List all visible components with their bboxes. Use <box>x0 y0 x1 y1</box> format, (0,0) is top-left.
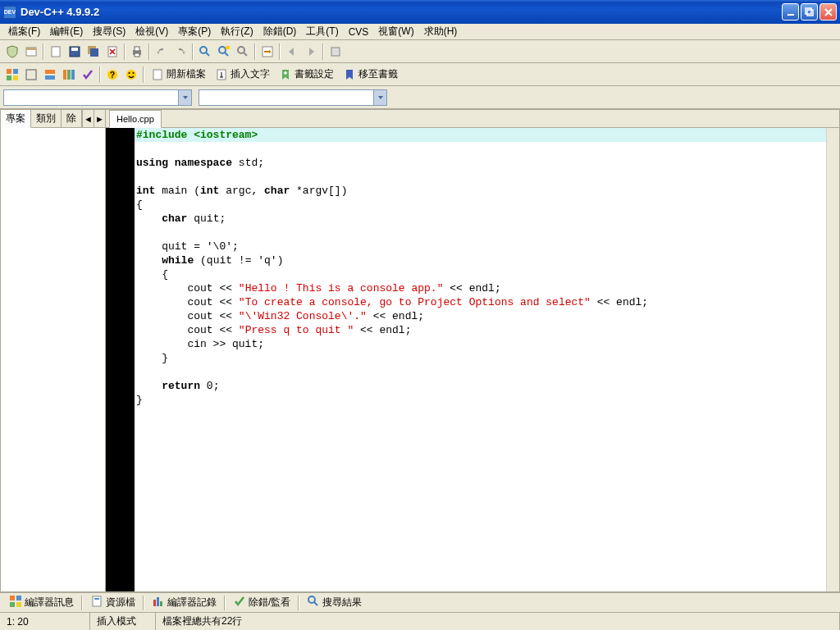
maximize-button[interactable] <box>801 3 818 21</box>
code-line[interactable]: { <box>135 198 826 212</box>
code-line[interactable] <box>135 226 826 240</box>
editor-tab-hello[interactable]: Hello.cpp <box>109 110 162 128</box>
svg-rect-19 <box>331 48 340 56</box>
function-combo[interactable] <box>199 89 387 106</box>
code-line[interactable]: int main (int argc, char *argv[]) <box>135 184 826 198</box>
check-icon[interactable] <box>79 66 97 84</box>
code-line[interactable]: cin >> quit; <box>135 337 826 351</box>
menu-item[interactable]: 執行(Z) <box>216 23 258 40</box>
svg-rect-25 <box>45 70 55 74</box>
menu-item[interactable]: 檢視(V) <box>130 23 173 40</box>
code-line[interactable] <box>135 365 826 379</box>
code-line[interactable]: cout << "Press q to quit " << endl; <box>135 323 826 337</box>
class-combo-input[interactable] <box>4 90 178 105</box>
bookmark-go-button[interactable]: 移至書籤 <box>339 66 402 84</box>
fullscreen-icon[interactable] <box>22 66 40 84</box>
bottom-tab[interactable]: 資源檔 <box>84 592 141 613</box>
chevron-left-icon[interactable]: ◄ <box>82 110 94 127</box>
undo-icon[interactable] <box>153 43 171 61</box>
editor-tabs: Hello.cpp <box>106 110 839 128</box>
separator <box>81 596 83 610</box>
code-line[interactable] <box>135 142 826 156</box>
code-line[interactable]: } <box>135 393 826 407</box>
close-button[interactable] <box>819 3 837 21</box>
sidebar-tab-debug[interactable]: 除 <box>62 110 82 127</box>
bottom-tab-label: 除錯/監看 <box>249 596 290 609</box>
code-line[interactable]: cout << "\'Win32 Console\'." << endl; <box>135 309 826 323</box>
window-split-icon[interactable] <box>3 66 21 84</box>
bottom-tab[interactable]: 編譯器訊息 <box>3 592 80 613</box>
window-title: Dev-C++ 4.9.9.2 <box>21 6 782 18</box>
compile-icon[interactable] <box>326 43 345 61</box>
svg-rect-0 <box>788 14 794 16</box>
svg-rect-27 <box>63 70 66 80</box>
sidebar-tab-class[interactable]: 類別 <box>31 110 62 127</box>
sidebar-tab-project[interactable]: 專案 <box>1 110 31 128</box>
about-icon[interactable] <box>122 66 140 84</box>
goto-line-icon[interactable] <box>258 43 276 61</box>
menu-item[interactable]: 工具(T) <box>301 23 343 40</box>
code-line[interactable]: cout << "Hello ! This is a console app."… <box>135 281 826 295</box>
svg-rect-40 <box>16 602 21 607</box>
menu-item[interactable]: 搜尋(S) <box>88 23 130 40</box>
bottom-tab[interactable]: 除錯/監看 <box>227 592 296 613</box>
code-line[interactable]: while (quit != 'q') <box>135 253 826 267</box>
bookmark-set-button[interactable]: 書籤設定 <box>275 66 338 84</box>
menu-item[interactable]: 編輯(E) <box>45 23 88 40</box>
menu-item[interactable]: CVS <box>344 25 374 39</box>
title-bar: DEV Dev-C++ 4.9.9.2 <box>0 0 840 24</box>
menu-item[interactable]: 專案(P) <box>173 23 216 40</box>
shield-icon[interactable] <box>3 43 21 61</box>
help-icon[interactable]: ? <box>103 66 121 84</box>
save-icon[interactable] <box>66 43 84 61</box>
code-editor[interactable]: #include <iostream> using namespace std;… <box>135 128 826 591</box>
sidebar-body[interactable] <box>1 128 105 591</box>
menu-item[interactable]: 求助(H) <box>419 23 463 40</box>
separator <box>124 43 126 60</box>
bottom-tab[interactable]: 編譯器記錄 <box>146 592 222 613</box>
chevron-right-icon[interactable]: ► <box>94 110 105 127</box>
menu-item[interactable]: 檔案(F) <box>3 23 45 40</box>
nav-forward-icon[interactable] <box>302 43 320 61</box>
tile-horiz-icon[interactable] <box>41 66 59 84</box>
menu-item[interactable]: 視窗(W) <box>373 23 418 40</box>
redo-icon[interactable] <box>171 43 189 61</box>
editor-gutter[interactable] <box>106 128 135 591</box>
replace-icon[interactable] <box>215 43 233 61</box>
print-icon[interactable] <box>128 43 146 61</box>
code-line[interactable]: cout << "To create a console, go to Proj… <box>135 295 826 309</box>
bottom-tab[interactable]: 搜尋結果 <box>301 592 368 613</box>
class-combo[interactable] <box>3 89 192 106</box>
svg-rect-29 <box>71 70 75 80</box>
code-line[interactable]: #include <iostream> <box>135 128 826 142</box>
minimize-button[interactable] <box>782 3 799 21</box>
tile-vert-icon[interactable] <box>60 66 78 84</box>
find-next-icon[interactable] <box>234 43 252 61</box>
toolbar-secondary: ? 開新檔案 插入文字 書籤設定 移至書籤 <box>0 63 840 86</box>
find-icon[interactable] <box>196 43 214 61</box>
new-file-button[interactable]: 開新檔案 <box>147 66 210 84</box>
project-icon[interactable] <box>22 43 40 61</box>
code-line[interactable]: return 0; <box>135 379 826 393</box>
svg-point-14 <box>200 47 207 53</box>
code-line[interactable]: } <box>135 351 826 365</box>
code-line[interactable]: char quit; <box>135 212 826 226</box>
code-line[interactable]: { <box>135 267 826 281</box>
code-line[interactable]: using namespace std; <box>135 156 826 170</box>
close-file-icon[interactable] <box>103 43 121 61</box>
menu-item[interactable]: 除錯(D) <box>258 23 302 40</box>
save-all-icon[interactable] <box>84 43 103 61</box>
code-line[interactable] <box>135 170 826 184</box>
nav-back-icon[interactable] <box>283 43 301 61</box>
separator <box>322 43 324 60</box>
chevron-down-icon[interactable] <box>373 90 386 105</box>
separator <box>192 43 194 60</box>
function-combo-input[interactable] <box>199 90 373 105</box>
new-file-icon[interactable] <box>47 43 65 61</box>
chevron-down-icon[interactable] <box>178 90 191 105</box>
code-line[interactable]: quit = '\0'; <box>135 240 826 253</box>
main-area: 專案 類別 除 ◄ ► Hello.cpp #include <iostream… <box>0 109 840 592</box>
tab-icon <box>9 595 22 610</box>
scrollbar-vertical[interactable] <box>826 128 839 591</box>
insert-text-button[interactable]: 插入文字 <box>211 66 274 84</box>
